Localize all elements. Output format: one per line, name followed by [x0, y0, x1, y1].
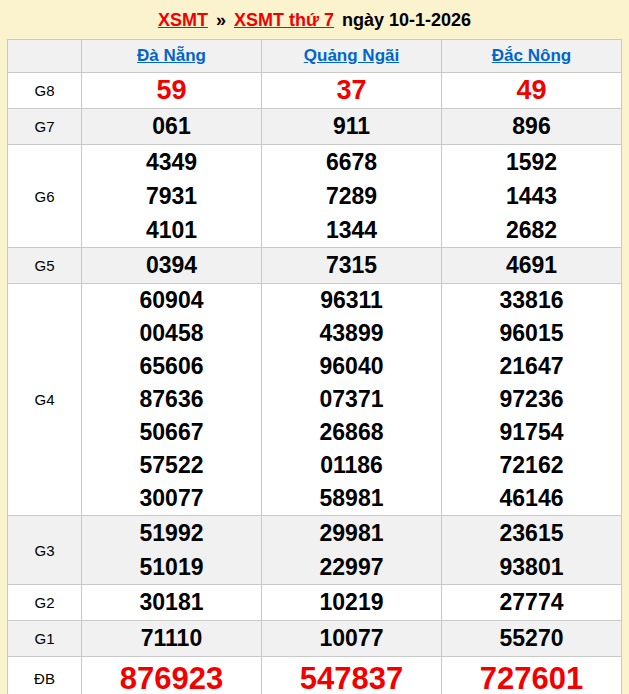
province-link[interactable]: Đắc Nông [492, 46, 571, 65]
result-number: 22997 [262, 550, 441, 584]
result-cell: 10219 [262, 585, 442, 621]
result-number: 911 [262, 109, 441, 144]
result-cell: 896 [442, 109, 622, 145]
result-number: 30077 [82, 482, 261, 515]
result-number: 65606 [82, 350, 261, 383]
result-number: 96311 [262, 284, 441, 317]
result-cell: 2361593801 [442, 516, 622, 585]
result-number: 87636 [82, 383, 261, 416]
result-cell: 547837 [262, 657, 442, 694]
prize-row: G460904004586560687636506675752230077963… [8, 284, 622, 516]
prize-row: G7061911896 [8, 109, 622, 145]
result-cell: 10077 [262, 621, 442, 657]
result-number: 91754 [442, 416, 621, 449]
result-number: 43899 [262, 317, 441, 350]
result-number: 50667 [82, 416, 261, 449]
result-number: 00458 [82, 317, 261, 350]
result-number: 21647 [442, 350, 621, 383]
result-cell: 49 [442, 73, 622, 109]
result-cell: 667872891344 [262, 145, 442, 248]
result-cell: 061 [82, 109, 262, 145]
result-number: 93801 [442, 550, 621, 584]
prize-row: G3519925101929981229972361593801 [8, 516, 622, 585]
result-cell: 59 [82, 73, 262, 109]
result-number: 51992 [82, 516, 261, 550]
result-number: 96040 [262, 350, 441, 383]
province-link[interactable]: Đà Nẵng [137, 46, 206, 65]
result-number: 0394 [82, 248, 261, 283]
result-number: 876923 [82, 657, 261, 694]
result-number: 6678 [262, 145, 441, 179]
result-number: 1592 [442, 145, 621, 179]
province-link[interactable]: Quảng Ngãi [304, 46, 399, 65]
result-number: 51019 [82, 550, 261, 584]
result-cell: 159214432682 [442, 145, 622, 248]
prize-row: G8593749 [8, 73, 622, 109]
result-number: 55270 [442, 621, 621, 656]
prize-row: G5039473154691 [8, 248, 622, 284]
result-number: 7289 [262, 179, 441, 213]
result-cell: 876923 [82, 657, 262, 694]
result-number: 60904 [82, 284, 261, 317]
prize-label: G4 [8, 284, 82, 516]
result-number: 72162 [442, 449, 621, 482]
result-cell: 911 [262, 109, 442, 145]
prize-label: ĐB [8, 657, 82, 694]
breadcrumb-separator: » [213, 10, 229, 30]
result-number: 10219 [262, 585, 441, 620]
prize-label: G3 [8, 516, 82, 585]
result-cell: 434979314101 [82, 145, 262, 248]
column-header-1: Đà Nẵng [82, 40, 262, 73]
result-number: 29981 [262, 516, 441, 550]
result-number: 7315 [262, 248, 441, 283]
breadcrumb-link-xsmt-thu-7[interactable]: XSMT thứ 7 [234, 10, 334, 30]
result-cell: 60904004586560687636506675752230077 [82, 284, 262, 516]
prize-label: G5 [8, 248, 82, 284]
prize-row: G6434979314101667872891344159214432682 [8, 145, 622, 248]
result-number: 7931 [82, 179, 261, 213]
result-cell: 2998122997 [262, 516, 442, 585]
result-number: 58981 [262, 482, 441, 515]
prize-label: G7 [8, 109, 82, 145]
prize-label: G6 [8, 145, 82, 248]
result-cell: 33816960152164797236917547216246146 [442, 284, 622, 516]
result-number: 01186 [262, 449, 441, 482]
corner-cell [8, 40, 82, 73]
prize-row: G2301811021927774 [8, 585, 622, 621]
breadcrumb-date: ngày 10-1-2026 [339, 10, 471, 30]
result-number: 23615 [442, 516, 621, 550]
result-number: 30181 [82, 585, 261, 620]
result-number: 59 [82, 73, 261, 108]
result-number: 46146 [442, 482, 621, 515]
result-number: 37 [262, 73, 441, 108]
result-cell: 0394 [82, 248, 262, 284]
result-cell: 4691 [442, 248, 622, 284]
result-number: 4101 [82, 213, 261, 247]
table-header-row: Đà NẵngQuảng NgãiĐắc Nông [8, 40, 622, 73]
prize-label: G1 [8, 621, 82, 657]
result-cell: 55270 [442, 621, 622, 657]
result-number: 1443 [442, 179, 621, 213]
result-number: 1344 [262, 213, 441, 247]
result-number: 07371 [262, 383, 441, 416]
result-cell: 37 [262, 73, 442, 109]
prize-row: ĐB876923547837727601 [8, 657, 622, 694]
result-cell: 30181 [82, 585, 262, 621]
result-number: 49 [442, 73, 621, 108]
result-cell: 71110 [82, 621, 262, 657]
result-number: 2682 [442, 213, 621, 247]
result-number: 727601 [442, 657, 621, 694]
result-cell: 96311438999604007371268680118658981 [262, 284, 442, 516]
breadcrumb-link-xsmt[interactable]: XSMT [158, 10, 208, 30]
result-number: 4691 [442, 248, 621, 283]
result-cell: 5199251019 [82, 516, 262, 585]
prize-row: G1711101007755270 [8, 621, 622, 657]
result-cell: 27774 [442, 585, 622, 621]
result-number: 33816 [442, 284, 621, 317]
result-number: 96015 [442, 317, 621, 350]
result-number: 10077 [262, 621, 441, 656]
lottery-results-table: Đà NẵngQuảng NgãiĐắc Nông G8593749G70619… [7, 39, 622, 694]
result-number: 27774 [442, 585, 621, 620]
result-number: 57522 [82, 449, 261, 482]
prize-label: G8 [8, 73, 82, 109]
